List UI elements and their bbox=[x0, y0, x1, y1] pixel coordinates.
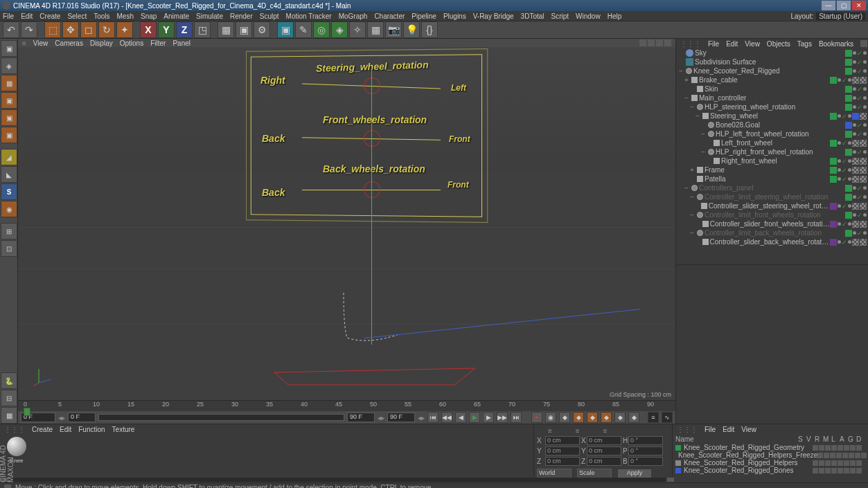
obj-menu-edit[interactable]: Edit bbox=[726, 40, 738, 48]
layer-flag-icon[interactable] bbox=[836, 453, 842, 458]
vp-nav-icon[interactable] bbox=[648, 39, 655, 46]
close-button[interactable]: ✕ bbox=[852, 1, 866, 10]
material-tag-icon[interactable] bbox=[860, 158, 867, 165]
layer-flag-icon[interactable] bbox=[825, 460, 831, 466]
pos-z-field[interactable]: 0 cm bbox=[545, 457, 580, 466]
layer-tag-icon[interactable] bbox=[845, 86, 852, 93]
layer-flag-icon[interactable] bbox=[842, 453, 848, 458]
texture-mode-button[interactable]: ◈ bbox=[1, 57, 17, 74]
tree-row[interactable]: Patella✓ bbox=[676, 174, 868, 183]
current-frame-field[interactable]: 0 F bbox=[68, 413, 96, 422]
material-tag-icon[interactable] bbox=[852, 77, 859, 84]
layer-row[interactable]: Knee_Scooter_Red_Rigged_Geometry bbox=[673, 444, 865, 451]
tree-toggle-icon[interactable]: + bbox=[689, 166, 696, 174]
scroll-right-icon[interactable] bbox=[667, 478, 674, 482]
mat-menu-edit[interactable]: Edit bbox=[60, 426, 71, 433]
place-button[interactable]: ✦ bbox=[116, 21, 133, 38]
tree-row[interactable]: Skin✓ bbox=[676, 84, 868, 93]
layer-tag-icon[interactable] bbox=[830, 140, 837, 147]
material-tag-icon[interactable] bbox=[852, 158, 859, 165]
material-tag-icon[interactable] bbox=[852, 140, 859, 147]
menu-mograph[interactable]: MoGraph bbox=[339, 12, 368, 20]
menu-pipeline[interactable]: Pipeline bbox=[411, 12, 436, 20]
tree-toggle-icon[interactable]: − bbox=[689, 193, 696, 201]
prev-key-button[interactable]: ◀◀ bbox=[441, 412, 452, 423]
layer-row[interactable]: Knee_Scooter_Red_Rigged_Helpers bbox=[673, 459, 865, 467]
python-button[interactable]: 🐍 bbox=[1, 372, 17, 389]
layer-tag-icon[interactable] bbox=[830, 203, 837, 210]
tree-row[interactable]: +Brake_cable✓ bbox=[676, 75, 868, 84]
menu-help[interactable]: Help bbox=[608, 12, 622, 20]
key-scale-button[interactable]: ◆ bbox=[587, 412, 598, 423]
layer-tag-icon[interactable] bbox=[845, 122, 852, 129]
menu-window[interactable]: Window bbox=[576, 12, 601, 20]
vp-menu-options[interactable]: Options bbox=[120, 39, 143, 47]
visibility-tag-icon[interactable]: ✓ bbox=[842, 140, 847, 147]
object-mode-button[interactable]: ▣ bbox=[1, 92, 17, 109]
material-tag-icon[interactable] bbox=[852, 239, 859, 246]
spline-pen-button[interactable]: ✎ bbox=[295, 21, 312, 38]
pos-y-field[interactable]: 0 cm bbox=[545, 446, 580, 455]
frame-slider[interactable] bbox=[98, 414, 344, 421]
visibility-tag-icon[interactable]: ✓ bbox=[842, 203, 847, 210]
visibility-tag-icon[interactable]: ✓ bbox=[857, 122, 862, 129]
overlay-steering-handle[interactable] bbox=[364, 78, 380, 94]
layer-flag-icon[interactable] bbox=[861, 453, 867, 458]
layers-menu-edit[interactable]: Edit bbox=[723, 426, 734, 433]
tree-row[interactable]: −HLP_steering_wheel_rotation✓ bbox=[676, 102, 868, 111]
vp-menu-filter[interactable]: Filter bbox=[150, 39, 166, 47]
tree-row[interactable]: +Frame✓ bbox=[676, 165, 868, 174]
menu-file[interactable]: File bbox=[3, 12, 14, 20]
layer-tag-icon[interactable] bbox=[830, 77, 837, 84]
vp-nav-icon[interactable] bbox=[656, 39, 663, 46]
material-tag-icon[interactable] bbox=[860, 176, 867, 183]
menu-plugins[interactable]: Plugins bbox=[443, 12, 466, 20]
tree-row[interactable]: Controller_slider_front_wheels_rotation✓ bbox=[676, 219, 868, 228]
size-x-field[interactable]: 0 cm bbox=[587, 436, 621, 445]
enable-snap-button[interactable]: ◉ bbox=[1, 201, 17, 217]
vp-nav-icon[interactable] bbox=[639, 39, 646, 46]
viewport-2-button[interactable]: ⊡ bbox=[1, 240, 17, 257]
layer-flag-icon[interactable] bbox=[819, 460, 824, 466]
layer-flag-icon[interactable] bbox=[856, 468, 862, 473]
visibility-tag-icon[interactable]: ✓ bbox=[857, 50, 862, 57]
record-button[interactable]: ● bbox=[531, 412, 542, 423]
obj-menu-tags[interactable]: Tags bbox=[797, 40, 812, 48]
keyframe-sel-button[interactable]: ◆ bbox=[559, 412, 570, 423]
apply-button[interactable]: Apply bbox=[617, 469, 652, 478]
visibility-tag-icon[interactable]: ✓ bbox=[842, 176, 847, 183]
minimize-button[interactable]: — bbox=[822, 1, 835, 10]
menu-create[interactable]: Create bbox=[39, 12, 60, 20]
obj-menu-bookmarks[interactable]: Bookmarks bbox=[819, 40, 853, 48]
move-button[interactable]: ✥ bbox=[62, 21, 79, 38]
material-tag-icon[interactable] bbox=[852, 167, 859, 174]
edge-mode-button[interactable]: ◢ bbox=[1, 149, 17, 165]
tree-toggle-icon[interactable]: − bbox=[683, 184, 690, 192]
rot-h-field[interactable]: 0 ° bbox=[628, 436, 663, 445]
render-pv-button[interactable]: ▣ bbox=[236, 21, 252, 38]
layer-tag-icon[interactable] bbox=[845, 149, 852, 156]
redo-button[interactable]: ↷ bbox=[21, 21, 37, 38]
rot-p-field[interactable]: 0 ° bbox=[628, 446, 663, 455]
layer-flag-icon[interactable] bbox=[831, 445, 837, 451]
visibility-tag-icon[interactable]: ✓ bbox=[842, 167, 847, 174]
light-button[interactable]: 💡 bbox=[403, 21, 420, 38]
layer-row[interactable]: Knee_Scooter_Red_Rigged_Helpers_Freeze bbox=[673, 451, 865, 459]
layer-tag-icon[interactable] bbox=[845, 50, 852, 57]
camera-button[interactable]: 📷 bbox=[385, 21, 402, 38]
pos-x-field[interactable]: 0 cm bbox=[545, 436, 580, 445]
key-param-button[interactable]: ◆ bbox=[614, 412, 626, 423]
visibility-tag-icon[interactable]: ✓ bbox=[842, 113, 847, 120]
visibility-tag-icon[interactable]: ✓ bbox=[857, 95, 862, 102]
layer-flag-icon[interactable] bbox=[824, 453, 829, 458]
tree-row[interactable]: −Controller_limit_steering_wheel_rotatio… bbox=[676, 192, 868, 201]
render-view-button[interactable]: ▦ bbox=[218, 21, 234, 38]
scale-button[interactable]: ◻ bbox=[80, 21, 97, 38]
layer-flag-icon[interactable] bbox=[819, 445, 824, 451]
layer-flag-icon[interactable] bbox=[825, 468, 831, 473]
tree-row[interactable]: Right_front_wheel✓ bbox=[676, 156, 868, 165]
frame-spinner-icon[interactable]: ◂▸ bbox=[378, 414, 384, 422]
undo-button[interactable]: ↶ bbox=[3, 21, 19, 38]
layers-menu-view[interactable]: View bbox=[741, 426, 756, 433]
tree-row[interactable]: −Knee_Scooter_Red_Rigged✓ bbox=[676, 66, 868, 75]
